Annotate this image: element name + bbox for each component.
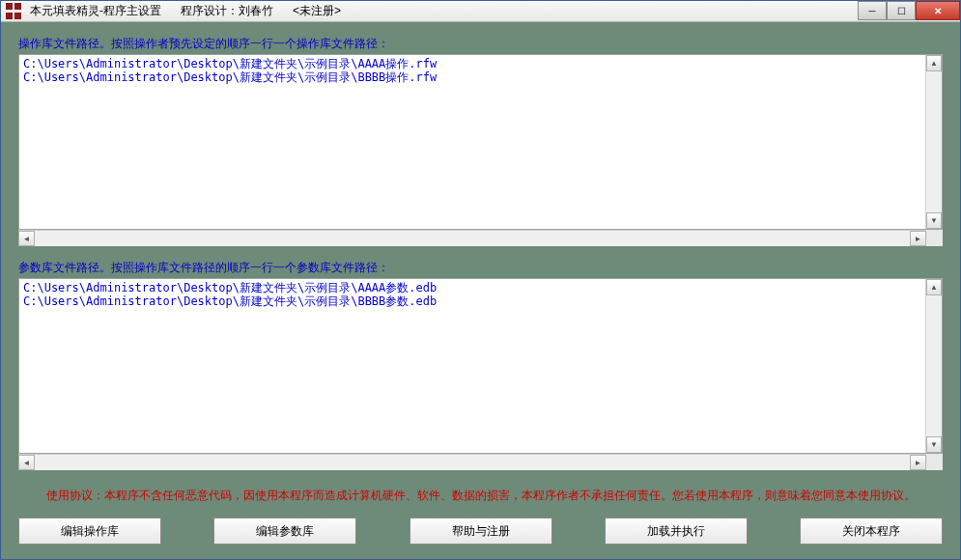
params-vertical-scrollbar[interactable]: ▲ ▼ (925, 279, 942, 453)
params-path-label: 参数库文件路径。按照操作库文件路径的顺序一行一个参数库文件路径： (18, 260, 943, 276)
button-row: 编辑操作库 编辑参数库 帮助与注册 加载并执行 关闭本程序 (18, 518, 943, 545)
window-controls: ─ ☐ ✕ (858, 1, 960, 20)
edit-params-button[interactable]: 编辑参数库 (213, 518, 356, 545)
scroll-up-icon[interactable]: ▲ (926, 279, 942, 295)
close-button[interactable]: ✕ (916, 1, 960, 20)
ops-path-label: 操作库文件路径。按照操作者预先设定的顺序一行一个操作库文件路径： (18, 36, 943, 52)
maximize-button[interactable]: ☐ (887, 1, 916, 20)
scroll-down-icon[interactable]: ▼ (926, 212, 942, 229)
designer-label: 程序设计：刘春竹 (181, 3, 273, 19)
scroll-left-icon[interactable]: ◄ (18, 455, 35, 470)
load-execute-button[interactable]: 加载并执行 (605, 518, 748, 545)
scroll-corner (926, 454, 943, 470)
edit-ops-button[interactable]: 编辑操作库 (18, 518, 161, 545)
ops-horizontal-scrollbar[interactable]: ◄ ► (18, 230, 926, 246)
ops-path-textbox[interactable]: C:\Users\Administrator\Desktop\新建文件夹\示例目… (19, 55, 925, 229)
params-horizontal-scrollbar[interactable]: ◄ ► (18, 454, 926, 470)
scroll-right-icon[interactable]: ► (910, 231, 926, 246)
titlebar: 本元填表精灵-程序主设置 程序设计：刘春竹 <未注册> ─ ☐ ✕ (1, 1, 960, 22)
usage-agreement-text: 使用协议：本程序不含任何恶意代码，因使用本程序而造成计算机硬件、软件、数据的损害… (18, 488, 943, 504)
scroll-right-icon[interactable]: ► (910, 455, 926, 470)
window-title: 本元填表精灵-程序主设置 (30, 3, 161, 19)
main-window: 本元填表精灵-程序主设置 程序设计：刘春竹 <未注册> ─ ☐ ✕ 操作库文件路… (0, 0, 961, 560)
ops-vertical-scrollbar[interactable]: ▲ ▼ (925, 55, 942, 229)
close-program-button[interactable]: 关闭本程序 (800, 518, 943, 545)
params-path-textbox-container: C:\Users\Administrator\Desktop\新建文件夹\示例目… (18, 278, 943, 470)
params-path-textbox[interactable]: C:\Users\Administrator\Desktop\新建文件夹\示例目… (19, 279, 925, 453)
titlebar-text: 本元填表精灵-程序主设置 程序设计：刘春竹 <未注册> (30, 3, 341, 19)
minimize-button[interactable]: ─ (858, 1, 887, 20)
scroll-left-icon[interactable]: ◄ (18, 231, 35, 246)
ops-path-textbox-container: C:\Users\Administrator\Desktop\新建文件夹\示例目… (18, 54, 943, 246)
client-area: 操作库文件路径。按照操作者预先设定的顺序一行一个操作库文件路径： C:\User… (1, 22, 960, 559)
app-icon (5, 2, 24, 21)
registration-status: <未注册> (293, 3, 341, 19)
scroll-down-icon[interactable]: ▼ (926, 436, 942, 453)
scroll-corner (926, 230, 943, 246)
help-register-button[interactable]: 帮助与注册 (410, 518, 552, 545)
scroll-up-icon[interactable]: ▲ (926, 55, 942, 71)
